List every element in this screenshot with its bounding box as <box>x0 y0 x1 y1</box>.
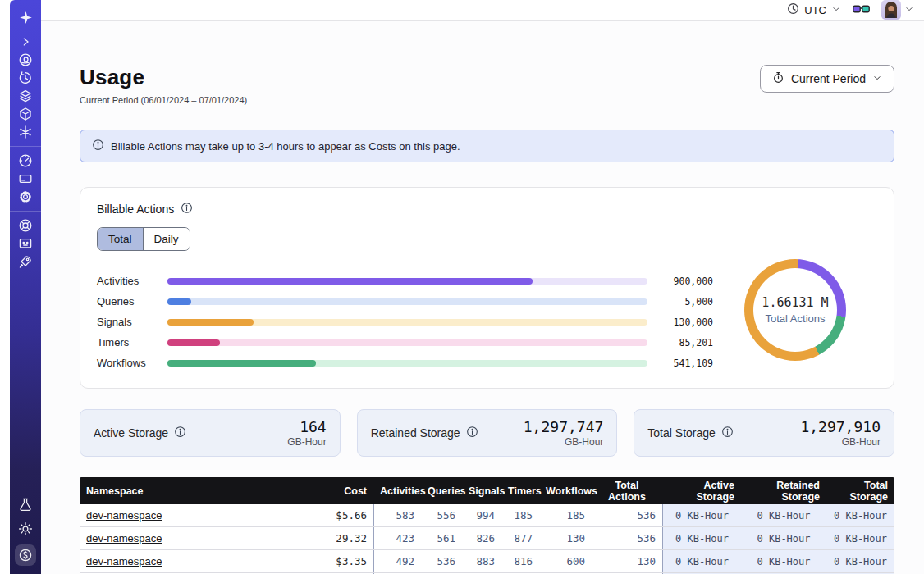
bar-label: Workflows <box>97 357 167 369</box>
bar-value: 130,000 <box>647 317 713 328</box>
total-actions-cell: 536 <box>592 504 662 526</box>
bar-row: Timers 85,201 <box>97 332 713 353</box>
storage-card-label: Retained Storage <box>371 426 460 440</box>
storage-card-unit: GB-Hour <box>800 436 881 448</box>
timers-cell: 877 <box>501 527 539 549</box>
col-header-cost: Cost <box>300 485 373 497</box>
support-lifebuoy-icon[interactable] <box>16 216 34 235</box>
active-storage-card: Active Storage 164 GB-Hour <box>80 409 341 457</box>
timers-cell: 185 <box>501 504 539 526</box>
table-row: dev-namespace $3.35 492 536 883 816 600 … <box>80 550 894 573</box>
labs-flask-icon[interactable] <box>16 495 34 513</box>
info-icon[interactable] <box>181 202 193 216</box>
bar-value: 900,000 <box>647 276 713 287</box>
collapse-chevron-icon[interactable] <box>16 33 34 51</box>
bar-value: 85,201 <box>647 337 713 348</box>
workers-cube-icon[interactable] <box>16 105 34 123</box>
storage-card-unit: GB-Hour <box>524 436 604 448</box>
nexus-asterisk-icon[interactable] <box>16 123 34 141</box>
namespace-link[interactable]: dev-namespace <box>86 509 162 522</box>
queries-cell: 561 <box>421 527 462 549</box>
workflows-cell: 185 <box>539 504 592 526</box>
usage-gauge-icon[interactable] <box>16 152 34 170</box>
timezone-selector[interactable]: UTC <box>787 2 841 17</box>
sidebar-divider <box>10 146 41 147</box>
activities-cell: 492 <box>373 550 421 572</box>
storage-card-label: Active Storage <box>94 426 168 440</box>
usage-page: Usage Current Period (06/01/2024 – 07/01… <box>41 20 924 574</box>
retention-clock-icon[interactable] <box>16 69 34 87</box>
billing-card-icon[interactable] <box>16 170 34 188</box>
billable-actions-bar-chart: Activities 900,000 Queries 5,000 Signals… <box>97 271 713 373</box>
period-selector-button[interactable]: Current Period <box>760 65 894 93</box>
namespace-link[interactable]: dev-namespace <box>86 555 162 567</box>
tab-total[interactable]: Total <box>98 228 143 250</box>
active-storage-cell: 0 KB-Hour <box>662 504 741 526</box>
feedback-screen-icon[interactable] <box>16 235 34 253</box>
billable-actions-card: Billable Actions Total Daily Activities … <box>80 187 894 389</box>
cost-cell: $5.66 <box>300 504 373 526</box>
col-header-queries: Queries <box>421 485 462 497</box>
billable-actions-title: Billable Actions <box>97 203 174 216</box>
dev-goggles-icon[interactable] <box>853 4 870 16</box>
info-icon <box>92 139 104 153</box>
chevron-down-icon <box>904 2 914 17</box>
timezone-label: UTC <box>804 4 826 16</box>
namespace-usage-table: Namespace Cost Activities Queries Signal… <box>80 477 894 574</box>
sidebar <box>10 0 41 574</box>
total-actions-donut-chart: 1.66131 M Total Actions <box>744 259 846 361</box>
storage-card-label: Total Storage <box>647 426 716 440</box>
chevron-down-icon <box>831 4 841 16</box>
bar-label: Timers <box>97 336 167 348</box>
storage-card-value: 1,297,910 <box>800 418 881 435</box>
col-header-total-actions: Total Actions <box>592 480 662 503</box>
table-row: dev-namespace $5.66 583 556 994 185 185 … <box>80 504 894 527</box>
total-actions-cell: 536 <box>592 527 662 549</box>
bar-label: Queries <box>97 295 167 308</box>
deployments-layers-icon[interactable] <box>16 87 34 105</box>
clock-icon <box>787 2 799 17</box>
retained-storage-cell: 0 KB-Hour <box>741 504 826 526</box>
active-storage-cell: 0 KB-Hour <box>662 550 741 572</box>
table-header-row: Namespace Cost Activities Queries Signal… <box>80 477 894 504</box>
total-actions-cell: 130 <box>592 550 662 572</box>
info-icon[interactable] <box>174 426 186 440</box>
total-storage-cell: 0 KB-Hour <box>826 504 894 526</box>
user-avatar[interactable] <box>881 0 901 20</box>
storage-summary-row: Active Storage 164 GB-Hour Retained Stor… <box>80 409 894 457</box>
theme-sun-icon[interactable] <box>16 520 34 538</box>
pricing-coin-icon[interactable] <box>15 544 36 566</box>
table-row: dev-namespace 29.32 423 561 826 877 130 … <box>80 527 894 550</box>
bar-track <box>167 360 647 367</box>
bar-track <box>167 278 647 285</box>
bar-row: Workflows 541,109 <box>97 353 713 373</box>
bar-track <box>167 339 647 346</box>
tab-daily[interactable]: Daily <box>143 228 190 250</box>
info-icon[interactable] <box>721 426 734 440</box>
queries-cell: 536 <box>421 550 462 572</box>
col-header-retained-storage: Retained Storage <box>741 480 826 503</box>
settings-gear-icon[interactable] <box>16 188 34 206</box>
cost-cell: $3.35 <box>300 550 373 572</box>
namespace-link[interactable]: dev-namespace <box>86 532 162 544</box>
user-menu[interactable] <box>881 0 914 20</box>
stopwatch-icon <box>772 71 784 86</box>
sidebar-divider <box>10 211 41 212</box>
col-header-timers: Timers <box>501 485 539 497</box>
storage-card-value: 1,297,747 <box>524 418 604 435</box>
workflows-cell: 130 <box>539 527 592 549</box>
namespaces-icon[interactable] <box>16 51 34 69</box>
temporal-logo-icon[interactable] <box>16 8 34 26</box>
storage-card-value: 164 <box>287 418 326 435</box>
donut-total-value: 1.66131 M <box>762 295 828 310</box>
info-icon[interactable] <box>466 426 478 440</box>
col-header-namespace: Namespace <box>80 485 300 497</box>
getting-started-rocket-icon[interactable] <box>16 253 34 271</box>
signals-cell: 826 <box>462 527 501 549</box>
bar-row: Activities 900,000 <box>97 271 713 291</box>
storage-card-unit: GB-Hour <box>287 436 326 448</box>
billable-view-toggle: Total Daily <box>97 227 190 251</box>
page-title: Usage <box>80 65 247 90</box>
bar-track <box>167 298 647 305</box>
bar-label: Activities <box>97 275 167 287</box>
